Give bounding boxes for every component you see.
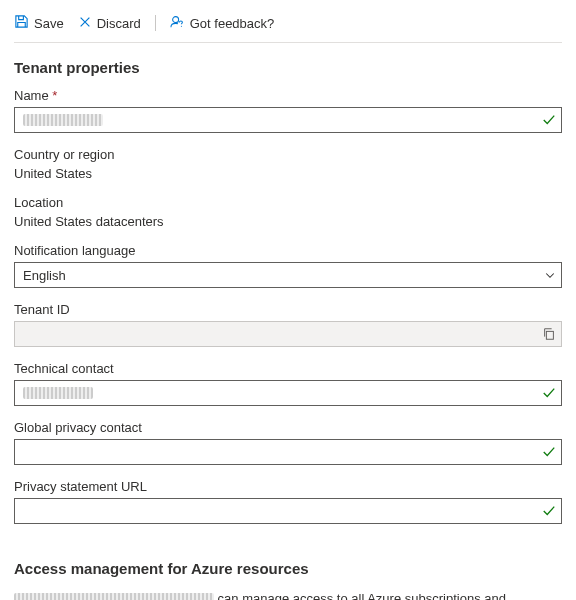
tenantid-label: Tenant ID [14, 302, 562, 317]
check-icon [542, 445, 556, 459]
toolbar: Save Discard Got feedback? [14, 10, 562, 43]
field-technical-contact: Technical contact hidden [14, 361, 562, 406]
lang-label: Notification language [14, 243, 562, 258]
discard-button[interactable]: Discard [78, 15, 141, 32]
field-tenant-id: Tenant ID [14, 302, 562, 347]
field-notification-language: Notification language English [14, 243, 562, 288]
section-tenant-properties: Tenant properties [14, 59, 562, 76]
check-icon [542, 386, 556, 400]
country-value: United States [14, 166, 562, 181]
location-label: Location [14, 195, 562, 210]
save-icon [14, 14, 29, 32]
access-username-redacted: hidden [14, 593, 214, 600]
privacyurl-input-wrap [14, 498, 562, 524]
check-icon [542, 504, 556, 518]
techcontact-input-wrap: hidden [14, 380, 562, 406]
tenantid-input [23, 326, 535, 343]
lang-value: English [23, 268, 66, 283]
privacycontact-label: Global privacy contact [14, 420, 562, 435]
name-label: Name [14, 88, 49, 103]
techcontact-label: Technical contact [14, 361, 562, 376]
check-icon [542, 113, 556, 127]
svg-point-0 [172, 17, 178, 23]
svg-rect-2 [546, 331, 553, 339]
close-icon [78, 15, 92, 32]
name-input-wrap: hidden [14, 107, 562, 133]
section-access-management: Access management for Azure resources [14, 560, 562, 577]
field-location: Location United States datacenters [14, 195, 562, 229]
privacyurl-label: Privacy statement URL [14, 479, 562, 494]
field-privacy-url: Privacy statement URL [14, 479, 562, 524]
feedback-icon [170, 14, 185, 32]
techcontact-value-redacted: hidden [23, 387, 93, 399]
svg-point-1 [181, 26, 182, 27]
discard-label: Discard [97, 16, 141, 31]
tenantid-input-wrap [14, 321, 562, 347]
lang-select[interactable]: English [14, 262, 562, 288]
privacyurl-input[interactable] [23, 503, 535, 520]
feedback-label: Got feedback? [190, 16, 275, 31]
name-value-redacted: hidden [23, 114, 103, 126]
field-name: Name * hidden [14, 88, 562, 133]
privacycontact-input-wrap [14, 439, 562, 465]
toolbar-divider [155, 15, 156, 31]
save-label: Save [34, 16, 64, 31]
field-country: Country or region United States [14, 147, 562, 181]
country-label: Country or region [14, 147, 562, 162]
copy-icon[interactable] [542, 327, 556, 341]
required-indicator: * [52, 88, 57, 103]
chevron-down-icon [544, 269, 556, 281]
location-value: United States datacenters [14, 214, 562, 229]
privacycontact-input[interactable] [23, 444, 535, 461]
field-global-privacy-contact: Global privacy contact [14, 420, 562, 465]
access-description: hidden can manage access to all Azure su… [14, 589, 562, 600]
feedback-button[interactable]: Got feedback? [170, 14, 275, 32]
save-button[interactable]: Save [14, 14, 64, 32]
